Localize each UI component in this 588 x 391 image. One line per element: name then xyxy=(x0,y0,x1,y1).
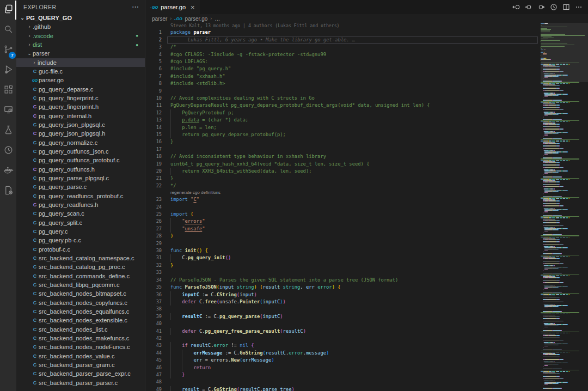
code-line-45[interactable]: 45 err = errors.New(errMessage) xyxy=(145,357,541,364)
line-number[interactable]: 32 xyxy=(145,262,162,269)
file-history-icon[interactable] xyxy=(550,3,558,11)
activity-file-settings[interactable] xyxy=(0,181,16,201)
code-area[interactable]: Steven Kalt, 13 months ago | 4 authors (… xyxy=(145,23,541,391)
breadcrumb-file[interactable]: parser.go xyxy=(185,16,208,22)
code-line-6[interactable]: 6#include "pg_query.h" xyxy=(145,65,541,72)
code-line-25[interactable]: 25import ( xyxy=(145,211,541,218)
minimap-slider[interactable] xyxy=(541,23,588,82)
code-line-36[interactable]: 36 inputC := C.CString(input) xyxy=(145,291,541,298)
code-line-32[interactable]: 32} xyxy=(145,262,541,269)
tree-file-src-backend-parser-gram-c[interactable]: Csrc_backend_parser_gram.c xyxy=(16,361,145,369)
activity-gitlens[interactable] xyxy=(0,141,16,161)
code-line-24[interactable]: 24 xyxy=(145,204,541,211)
tree-file-src-backend-nodes-copyfuncs-c[interactable]: Csrc_backend_nodes_copyfuncs.c xyxy=(16,298,145,307)
code-line-17[interactable]: 17 xyxy=(145,146,541,153)
tree-file-pg-query-scan-c[interactable]: Cpg_query_scan.c xyxy=(16,209,145,218)
tree-file-pg-query-readfuncs-h[interactable]: Cpg_query_readfuncs.h xyxy=(16,200,145,209)
tree-file-src-backend-nodes-list-c[interactable]: Csrc_backend_nodes_list.c xyxy=(16,325,145,333)
line-number[interactable]: 24 xyxy=(145,204,162,211)
code-line-14[interactable]: 14 p.len = len; xyxy=(145,124,541,131)
code-line-27[interactable]: 27 "unsafe" xyxy=(145,225,541,233)
line-number[interactable]: 4 xyxy=(145,51,162,58)
code-line-47[interactable]: 47 } xyxy=(145,371,541,378)
tree-file-pg-query-normalize-c[interactable]: Cpg_query_normalize.c xyxy=(16,138,145,147)
more-actions-icon[interactable] xyxy=(575,3,583,11)
code-line-35[interactable]: 35func ParseToJSON(input string) (result… xyxy=(145,284,541,291)
line-number[interactable]: 12 xyxy=(145,109,162,117)
tree-file-pg-query-parse-plpgsql-c[interactable]: Cpg_query_parse_plpgsql.c xyxy=(16,174,145,182)
tree-folder-include[interactable]: ›include xyxy=(16,58,145,67)
code-line-20[interactable]: 20 return XXH3_64bits_withSeed(data, len… xyxy=(145,168,541,175)
explorer-more-actions-icon[interactable]: ⋯ xyxy=(132,3,139,11)
line-number[interactable]: 34 xyxy=(145,277,162,284)
open-changes-icon[interactable] xyxy=(512,3,520,11)
line-number[interactable]: 27 xyxy=(145,225,162,233)
tree-file-pg-query-json-plpgsql-c[interactable]: Cpg_query_json_plpgsql.c xyxy=(16,120,145,129)
tree-file-pg-query-parse-c[interactable]: Cpg_query_parse.c xyxy=(16,182,145,191)
code-line-42[interactable]: 42 xyxy=(145,335,541,342)
code-line-15[interactable]: 15 return pg_query_deparse_protobuf(p); xyxy=(145,131,541,138)
code-line-10[interactable]: 10// Avoid complexities dealing with C s… xyxy=(145,95,541,102)
code-line-1[interactable]: 1package parser xyxy=(145,29,541,36)
code-line-37[interactable]: 37 defer C.free(unsafe.Pointer(inputC)) xyxy=(145,298,541,306)
line-number[interactable]: 35 xyxy=(145,284,162,291)
code-line-3[interactable]: 3/* xyxy=(145,44,541,51)
code-line-18[interactable]: 18// Avoid inconsistent type behaviour i… xyxy=(145,153,541,160)
tab-parser-go[interactable]: GO parser.go × xyxy=(145,0,200,14)
tree-file-pg-query-internal-h[interactable]: Cpg_query_internal.h xyxy=(16,112,145,120)
line-number[interactable]: 46 xyxy=(145,364,162,371)
tree-file-pg-query-outfuncs-protobuf-c[interactable]: Cpg_query_outfuncs_protobuf.c xyxy=(16,156,145,164)
previous-change-icon[interactable] xyxy=(525,3,532,11)
breadcrumb-symbol[interactable]: … xyxy=(215,16,220,22)
code-line-34[interactable]: 34// ParseToJSON - Parses the given SQL … xyxy=(145,277,541,284)
tree-file-src-backend-catalog-pg-proc-c[interactable]: Csrc_backend_catalog_pg_proc.c xyxy=(16,262,145,271)
line-number[interactable]: 26 xyxy=(145,218,162,225)
tree-file-src-backend-nodes-value-c[interactable]: Csrc_backend_nodes_value.c xyxy=(16,351,145,360)
line-number[interactable]: 9 xyxy=(145,88,162,95)
code-line-31[interactable]: 31 C.pg_query_init() xyxy=(145,254,541,261)
line-number[interactable]: 47 xyxy=(145,371,162,378)
activity-explorer[interactable] xyxy=(0,0,16,20)
line-number[interactable]: 41 xyxy=(145,328,162,335)
code-line-8[interactable]: 8#include <stdlib.h> xyxy=(145,80,541,87)
code-line-29[interactable]: 29 xyxy=(145,240,541,247)
tree-file-guc-file-c[interactable]: Cguc-file.c xyxy=(16,67,145,76)
tree-file-src-backend-catalog-namespace-c[interactable]: Csrc_backend_catalog_namespace.c xyxy=(16,254,145,262)
line-number[interactable]: 44 xyxy=(145,350,162,357)
code-link[interactable]: p.data xyxy=(182,117,199,123)
tree-file-pg-query-split-c[interactable]: Cpg_query_split.c xyxy=(16,218,145,227)
line-number[interactable]: 3 xyxy=(145,44,162,51)
line-number[interactable]: 11 xyxy=(145,102,162,109)
code-line-22[interactable]: 22*/ xyxy=(145,182,541,190)
activity-testing[interactable] xyxy=(0,121,16,141)
line-number[interactable]: 18 xyxy=(145,153,162,160)
tree-file-src-backend-nodes-extensible-c[interactable]: Csrc_backend_nodes_extensible.c xyxy=(16,316,145,325)
code-line-21[interactable]: 21} xyxy=(145,175,541,182)
code-line-16[interactable]: 16} xyxy=(145,138,541,145)
tree-file-src-backend-parser-parse-expr-c[interactable]: Csrc_backend_parser_parse_expr.c xyxy=(16,369,145,378)
code-line-40[interactable]: 40 xyxy=(145,320,541,327)
line-number[interactable]: 7 xyxy=(145,73,162,80)
tree-file-parser-go[interactable]: GOparser.go xyxy=(16,76,145,84)
tree-file-pg-query-fingerprint-c[interactable]: Cpg_query_fingerprint.c xyxy=(16,94,145,102)
tree-folder--github[interactable]: ›.github xyxy=(16,22,145,31)
close-icon[interactable]: × xyxy=(191,3,195,11)
code-line-48[interactable]: 48 xyxy=(145,378,541,386)
activity-run-debug[interactable] xyxy=(0,60,16,81)
code-line-30[interactable]: 30func init() { xyxy=(145,247,541,254)
tree-file-pg-query-readfuncs-protobuf-c[interactable]: Cpg_query_readfuncs_protobuf.c xyxy=(16,192,145,200)
code-line-2[interactable]: 2Lukas Fittl, 6 years ago • Make the lib… xyxy=(145,36,541,44)
tree-file-src-backend-nodes-makefuncs-c[interactable]: Csrc_backend_nodes_makefuncs.c xyxy=(16,334,145,343)
line-number[interactable]: 48 xyxy=(145,378,162,386)
activity-extensions[interactable] xyxy=(0,81,16,101)
line-number[interactable]: 21 xyxy=(145,175,162,182)
line-number[interactable]: 8 xyxy=(145,80,162,87)
line-number[interactable]: 16 xyxy=(145,138,162,145)
tree-folder--vscode[interactable]: ›.vscode● xyxy=(16,32,145,40)
line-number[interactable]: 5 xyxy=(145,58,162,65)
tree-file-pg-query-pb-c-c[interactable]: Cpg_query.pb-c.c xyxy=(16,236,145,245)
line-number[interactable]: 37 xyxy=(145,298,162,306)
code-line-38[interactable]: 38 xyxy=(145,306,541,313)
line-number[interactable]: 25 xyxy=(145,211,162,218)
tree-file-pg-query-json-plpgsql-h[interactable]: Cpg_query_json_plpgsql.h xyxy=(16,129,145,138)
